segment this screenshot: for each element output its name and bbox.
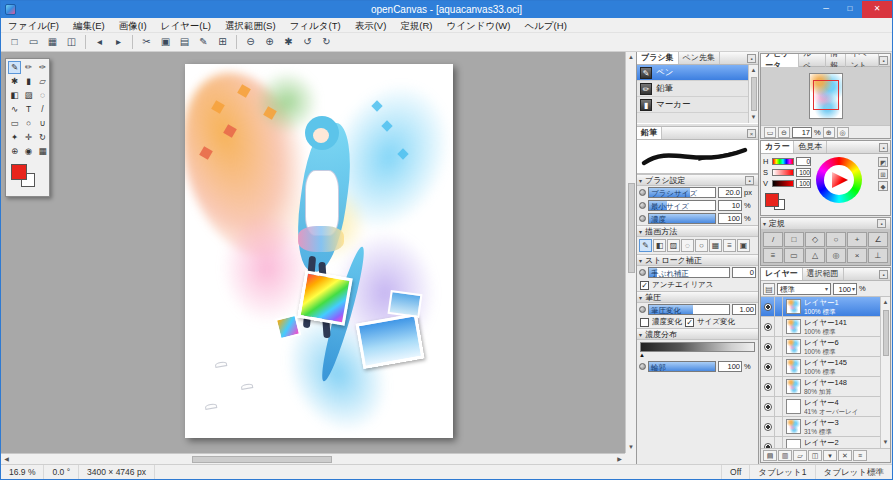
stabilization-slider[interactable]: 手ぶれ補正: [648, 267, 730, 278]
navigator-view-rect[interactable]: [813, 80, 839, 110]
layer-row[interactable]: レイヤー331% 標準: [761, 417, 880, 437]
draw-method-button[interactable]: ▨: [667, 239, 680, 252]
cut-button[interactable]: ✂: [137, 34, 156, 50]
panel-menu-button[interactable]: ▪: [877, 219, 886, 228]
density-change-checkbox[interactable]: [640, 318, 649, 327]
layer-menu-button[interactable]: ≡: [853, 450, 867, 461]
scroll-up-icon[interactable]: ▲: [748, 65, 758, 76]
section-pressure[interactable]: ▾ 筆圧: [637, 291, 758, 303]
value-slider[interactable]: [772, 180, 794, 187]
zoom-out-button[interactable]: ⊖: [241, 34, 260, 50]
layer-folder-button[interactable]: ▥: [778, 450, 792, 461]
ruler-tool-button[interactable]: +: [847, 232, 867, 247]
tab-swatches[interactable]: 色見本: [794, 141, 827, 153]
layer-row[interactable]: レイヤー145100% 標準: [761, 357, 880, 377]
layer-row[interactable]: レイヤー2100% 標準: [761, 437, 880, 448]
stabilization-value[interactable]: 0: [732, 267, 756, 278]
pressure-change-value[interactable]: 1.00: [732, 304, 756, 315]
brush-item[interactable]: ✏ 鉛筆: [637, 81, 748, 97]
draw-method-button[interactable]: ○: [695, 239, 708, 252]
ruler-tool-button[interactable]: □: [784, 232, 804, 247]
tool-lasso[interactable]: ∪: [36, 117, 49, 130]
close-button[interactable]: ✕: [862, 1, 892, 18]
scrollbar-thumb[interactable]: [192, 456, 332, 463]
navigator-thumbnail[interactable]: [809, 73, 843, 119]
tool-blur[interactable]: ◌: [36, 89, 49, 102]
color-panel-button[interactable]: ◆: [878, 181, 888, 191]
panel-close-button[interactable]: ×: [747, 129, 756, 138]
foreground-color-swatch[interactable]: [11, 164, 27, 180]
tool-ellipse-select[interactable]: ○: [22, 117, 35, 130]
ruler-tool-button[interactable]: ▭: [784, 248, 804, 263]
layer-visibility-toggle[interactable]: [761, 377, 775, 397]
menu-layer[interactable]: レイヤー(L): [154, 18, 218, 33]
tab-pen-tip-set[interactable]: ペン先集: [679, 52, 720, 64]
section-brush-settings[interactable]: ▾ ブラシ設定 ▪: [637, 174, 758, 186]
maximize-button[interactable]: □: [838, 1, 862, 18]
scrollbar-thumb[interactable]: [883, 310, 889, 356]
tool-airbrush[interactable]: ✱: [8, 75, 21, 88]
nav-forward-button[interactable]: ▸: [109, 34, 128, 50]
merge-down-button[interactable]: ▾: [823, 450, 837, 461]
layer-visibility-toggle[interactable]: [761, 437, 775, 449]
layer-visibility-toggle[interactable]: [761, 317, 775, 337]
section-density-distribution[interactable]: ▾ 濃度分布: [637, 328, 758, 340]
brush-item[interactable]: ▮ マーカー: [637, 97, 748, 113]
nav-zoom-out-button[interactable]: ⊖: [778, 127, 790, 138]
outline-slider[interactable]: 輪郭: [648, 361, 716, 372]
saturation-slider[interactable]: [772, 169, 794, 176]
outline-value[interactable]: 100: [718, 361, 742, 372]
scrollbar-thumb[interactable]: [628, 183, 635, 273]
scroll-down-icon[interactable]: ▼: [880, 437, 890, 448]
ruler-tool-button[interactable]: ○: [826, 232, 846, 247]
ruler-tool-button[interactable]: ◇: [805, 232, 825, 247]
layer-mask-button[interactable]: ◫: [808, 450, 822, 461]
tool-fill[interactable]: ◧: [8, 89, 21, 102]
min-size-value[interactable]: 10: [718, 200, 742, 211]
draw-method-button[interactable]: ✎: [639, 239, 652, 252]
delete-layer-button[interactable]: ✕: [838, 450, 852, 461]
tool-eyedropper[interactable]: ◉: [22, 145, 35, 158]
tool-line[interactable]: /: [36, 103, 49, 116]
grid-toggle-button[interactable]: ⊞: [213, 34, 232, 50]
tool-pattern[interactable]: ▦: [36, 145, 49, 158]
draw-method-button[interactable]: ◧: [653, 239, 666, 252]
nav-fit-button[interactable]: ▭: [764, 127, 776, 138]
ruler-tool-button[interactable]: /: [763, 232, 783, 247]
section-draw-method[interactable]: ▾ 描画方法: [637, 225, 758, 237]
scroll-right-icon[interactable]: ▶: [614, 454, 625, 465]
panel-menu-button[interactable]: ▪: [879, 56, 888, 65]
tool-move[interactable]: ✛: [22, 131, 35, 144]
tab-brush-set[interactable]: ブラシ集: [637, 52, 679, 64]
scroll-up-icon[interactable]: ▲: [880, 297, 890, 308]
menu-help[interactable]: ヘルプ(H): [517, 18, 573, 33]
menu-ruler[interactable]: 定規(R): [393, 18, 439, 33]
tool-smudge[interactable]: ∿: [8, 103, 21, 116]
ruler-tool-button[interactable]: △: [805, 248, 825, 263]
ruler-tool-button[interactable]: ×: [847, 248, 867, 263]
scroll-up-icon[interactable]: ▲: [626, 52, 637, 63]
layer-row[interactable]: レイヤー6100% 標準: [761, 337, 880, 357]
antialias-checkbox[interactable]: ✓: [640, 281, 649, 290]
tool-pencil[interactable]: ✏: [22, 61, 35, 74]
brush-size-slider[interactable]: ブラシサイズ: [648, 187, 716, 198]
tab-selection[interactable]: 選択範囲: [803, 268, 844, 280]
zoom-reset-button[interactable]: ✱: [279, 34, 298, 50]
vertical-scrollbar[interactable]: ▲ ▼: [625, 52, 636, 453]
canvas-workspace[interactable]: ✎ ✏ ✑ ✱ ▮ ▱ ◧ ▨ ◌ ∿ T / ▭ ○ ∪ ✦ ✛: [1, 52, 636, 464]
zoom-value[interactable]: 17: [792, 127, 812, 138]
draw-method-button[interactable]: ≡: [723, 239, 736, 252]
brush-size-value[interactable]: 20.0: [718, 187, 742, 198]
menu-filter[interactable]: フィルタ(T): [283, 18, 348, 33]
nav-zoom-in-button[interactable]: ⊕: [823, 127, 835, 138]
layer-visibility-toggle[interactable]: [761, 357, 775, 377]
hue-slider[interactable]: [772, 158, 794, 165]
density-value[interactable]: 100: [718, 213, 742, 224]
menu-selection[interactable]: 選択範囲(S): [218, 18, 283, 33]
layer-row[interactable]: レイヤー141100% 標準: [761, 317, 880, 337]
menu-edit[interactable]: 編集(E): [66, 18, 112, 33]
tab-color[interactable]: カラー: [761, 141, 794, 153]
scrollbar-thumb[interactable]: [751, 77, 757, 111]
tool-text[interactable]: T: [22, 103, 35, 116]
save-file-button[interactable]: ▦: [43, 34, 62, 50]
